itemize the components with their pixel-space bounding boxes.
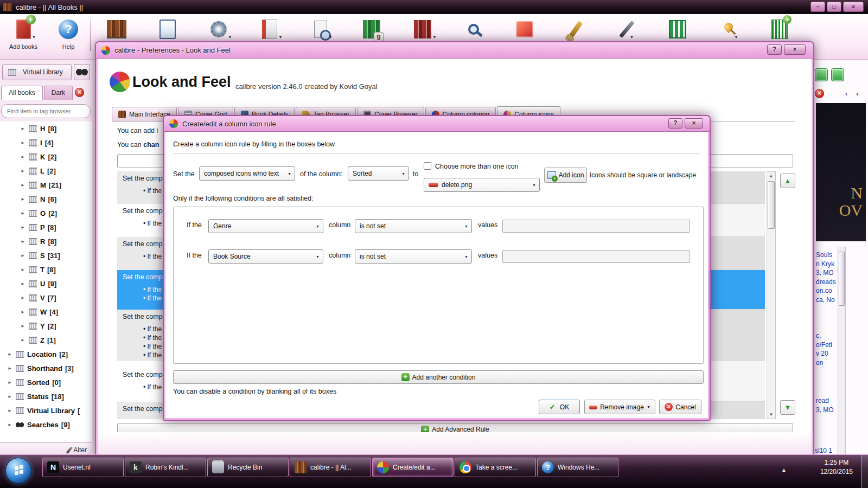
expand-arrow-icon[interactable] (21, 183, 28, 188)
condition-column-select[interactable]: Genre (208, 219, 323, 233)
layout-toggle-icon[interactable] (815, 68, 828, 81)
book-panel-scrollbar[interactable] (838, 247, 846, 488)
status-fragment[interactable]: sl10 1 (815, 447, 832, 454)
taskbar-item-usenet[interactable]: N Usenet.nl (42, 458, 124, 477)
maximize-button[interactable]: □ (827, 2, 841, 12)
expand-arrow-icon[interactable] (21, 239, 28, 244)
rules-scrollbar[interactable]: ▲ ▼ (767, 171, 776, 419)
condition-column-select[interactable]: Book Source (208, 249, 323, 264)
condition-value-input[interactable] (502, 220, 690, 233)
expand-arrow-icon[interactable] (21, 253, 28, 258)
metadata-link[interactable]: on.co (816, 286, 837, 296)
scrollbar-thumb[interactable] (839, 252, 845, 306)
show-desktop-button[interactable] (861, 455, 868, 488)
tag-browser-item[interactable]: L [2] (0, 164, 92, 178)
tag-browser-item[interactable]: H [8] (0, 121, 92, 136)
tag-browser-category[interactable]: Shorthand [3] (0, 361, 92, 375)
tag-browser-item[interactable]: Y [2] (0, 319, 92, 333)
prev-arrow-icon[interactable]: ‹ (845, 90, 847, 98)
tray-expand-icon[interactable] (781, 467, 787, 473)
expand-arrow-icon[interactable] (21, 126, 28, 131)
taskbar-item-create-edit[interactable]: Create/edit a... (372, 458, 454, 477)
condition-op-select[interactable]: is not set (355, 219, 472, 233)
tag-browser-item[interactable]: I [4] (0, 136, 92, 150)
expand-arrow-icon[interactable] (8, 380, 15, 385)
metadata-link[interactable]: dreads (816, 278, 837, 287)
close-panel-icon[interactable] (815, 89, 824, 98)
help-button[interactable]: ? (668, 118, 682, 129)
tag-browser-category[interactable]: Status [18] (0, 389, 92, 403)
column-select[interactable]: Sorted (348, 166, 409, 181)
expand-arrow-icon[interactable] (21, 155, 28, 159)
search-library-button[interactable] (74, 64, 90, 80)
taskbar-item-calibre[interactable]: calibre - || Al... (290, 458, 371, 477)
book-cover[interactable]: N OV (816, 103, 866, 241)
toolbar-add-books[interactable]: Add books (0, 14, 47, 59)
tag-browser-item[interactable]: Z [1] (0, 333, 92, 347)
add-another-condition-button[interactable]: Add another condition (173, 370, 704, 384)
scroll-up-icon[interactable]: ▲ (767, 172, 775, 180)
virtual-library-button[interactable]: Virtual Library (2, 64, 72, 80)
next-arrow-icon[interactable]: › (856, 90, 858, 98)
tag-browser-item[interactable]: P [8] (0, 220, 92, 234)
chevron-down-icon[interactable] (432, 35, 437, 40)
tag-browser-item[interactable]: R [8] (0, 234, 92, 248)
cover-grid-toggle-icon[interactable] (831, 68, 844, 81)
expand-arrow-icon[interactable] (21, 197, 28, 202)
expand-arrow-icon[interactable] (8, 422, 15, 427)
expand-arrow-icon[interactable] (21, 140, 28, 145)
taskbar-item-recycle-bin[interactable]: Recycle Bin (207, 458, 289, 477)
metadata-link[interactable]: 3, MO (816, 406, 837, 415)
tab-all-books[interactable]: All books (1, 86, 43, 100)
dialog-titlebar[interactable]: Create/edit a column icon rule ? × (164, 116, 710, 132)
close-button[interactable]: × (784, 44, 806, 55)
metadata-link[interactable]: v 20 (816, 349, 837, 358)
expand-arrow-icon[interactable] (21, 338, 28, 343)
expand-arrow-icon[interactable] (8, 366, 15, 371)
expand-arrow-icon[interactable] (8, 394, 15, 399)
metadata-link[interactable]: read (816, 396, 837, 406)
start-button[interactable] (5, 458, 31, 484)
chevron-down-icon[interactable] (278, 35, 283, 40)
expand-arrow-icon[interactable] (8, 408, 15, 413)
tag-browser-category[interactable]: Location [2] (0, 347, 92, 361)
metadata-link[interactable]: on (816, 358, 837, 368)
tag-browser-item[interactable]: V [7] (0, 291, 92, 305)
metadata-link[interactable]: 3, MO (816, 268, 837, 278)
metadata-link[interactable]: ca, No (816, 296, 837, 305)
tag-browser-item[interactable]: M [21] (0, 178, 92, 192)
cancel-button[interactable]: Cancel (659, 400, 701, 414)
expand-arrow-icon[interactable] (21, 211, 28, 216)
move-rule-down-button[interactable] (780, 400, 795, 415)
chevron-down-icon[interactable] (228, 35, 232, 40)
close-button[interactable]: × (685, 118, 703, 129)
remove-image-button[interactable]: Remove image ▼ (584, 400, 655, 414)
tag-browser-category[interactable]: Virtual Library [ (0, 403, 92, 418)
tag-browser-item[interactable]: K [2] (0, 150, 92, 164)
taskbar-item-windows-help[interactable]: ? Windows He... (537, 458, 618, 477)
close-button[interactable]: × (843, 2, 864, 12)
tag-browser-search-input[interactable] (1, 104, 91, 118)
taskbar-clock[interactable]: 1:25 PM 12/20/2015 (820, 458, 853, 477)
metadata-link[interactable]: o/Feti (816, 341, 837, 350)
condition-value-input[interactable] (502, 250, 690, 263)
chevron-down-icon[interactable] (328, 35, 333, 40)
tag-browser-category[interactable]: Searches [9] (0, 418, 92, 432)
expand-arrow-icon[interactable] (21, 281, 28, 286)
choose-more-checkbox[interactable] (424, 162, 431, 170)
expand-arrow-icon[interactable] (8, 352, 15, 357)
condition-op-select[interactable]: is not set (355, 249, 472, 264)
taskbar-item-screenshot[interactable]: Take a scree... (455, 458, 536, 477)
expand-arrow-icon[interactable] (21, 169, 28, 174)
expand-arrow-icon[interactable] (21, 310, 28, 314)
ok-button[interactable]: OK (539, 400, 580, 414)
expand-arrow-icon[interactable] (21, 267, 28, 272)
help-button[interactable]: ? (767, 44, 782, 55)
toolbar-help[interactable]: Help (47, 14, 90, 59)
chevron-down-icon[interactable] (630, 35, 634, 40)
expand-arrow-icon[interactable] (21, 225, 28, 230)
minimize-button[interactable]: – (810, 2, 825, 12)
tag-browser-item[interactable]: T [8] (0, 262, 92, 277)
close-tab-icon[interactable] (75, 88, 84, 97)
scroll-down-icon[interactable]: ▼ (767, 410, 775, 419)
